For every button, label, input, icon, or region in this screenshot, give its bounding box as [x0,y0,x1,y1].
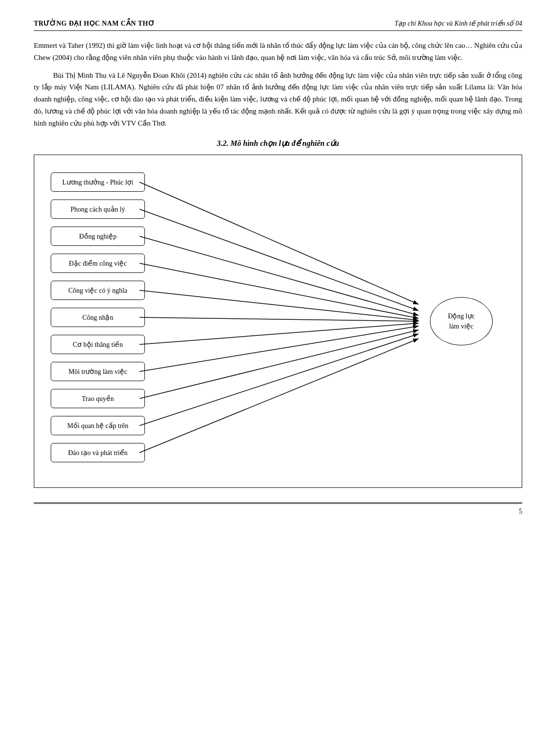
box-dong-nghiep: Đồng nghiệp [51,227,145,246]
box-dac-diem: Đặc điểm công việc [51,254,145,273]
box-luong-thuong: Lương thưởng - Phúc lợi [51,172,145,192]
ellipse-dong-luc: Động lựclàm việc [430,297,493,345]
svg-line-5 [140,290,419,320]
box-phong-cach: Phong cách quản lý [51,200,145,219]
page-footer: 5 [34,502,522,515]
svg-line-10 [140,334,419,426]
diagram-inner: Lương thưởng - Phúc lợi Phong cách quản … [46,167,507,476]
svg-line-6 [140,317,419,321]
box-cong-viec-y-nghia: Công việc có ý nghĩa [51,281,145,300]
diagram-container: Lương thưởng - Phúc lợi Phong cách quản … [34,155,522,488]
svg-line-2 [140,209,419,311]
box-trao-quyen: Trao quyền [51,389,145,408]
paragraph-2: Bùi Thị Minh Thu và Lê Nguyễn Đoan Khôi … [34,70,522,129]
section-title: 3.2. Mô hình chọn lựa để nghiên cứu [34,139,522,148]
svg-line-11 [140,339,419,453]
svg-line-7 [140,323,419,344]
page-header: TRƯỜNG ĐẠI HỌC NAM CẦN THƠ Tạp chí Khoa … [34,19,522,31]
box-cong-nhan: Công nhận [51,308,145,327]
journal-name: Tạp chí Khoa học và Kinh tế phát triển s… [395,19,522,28]
page-number: 5 [519,508,522,515]
paragraph-1: Emmert và Taher (1992) thì giờ làm việc … [34,40,522,64]
svg-line-1 [140,182,419,304]
box-co-hoi: Cơ hội thăng tiến [51,335,145,354]
box-moi-quan-he-cap-tren: Mối quan hệ cấp trên [51,416,145,435]
svg-line-4 [140,263,419,318]
svg-line-3 [140,236,419,315]
university-name: TRƯỜNG ĐẠI HỌC NAM CẦN THƠ [34,19,155,28]
svg-line-9 [140,330,419,399]
box-dao-tao: Đào tạo và phát triển [51,443,145,462]
box-moi-truong: Môi trường làm việc [51,362,145,381]
svg-line-8 [140,326,419,371]
